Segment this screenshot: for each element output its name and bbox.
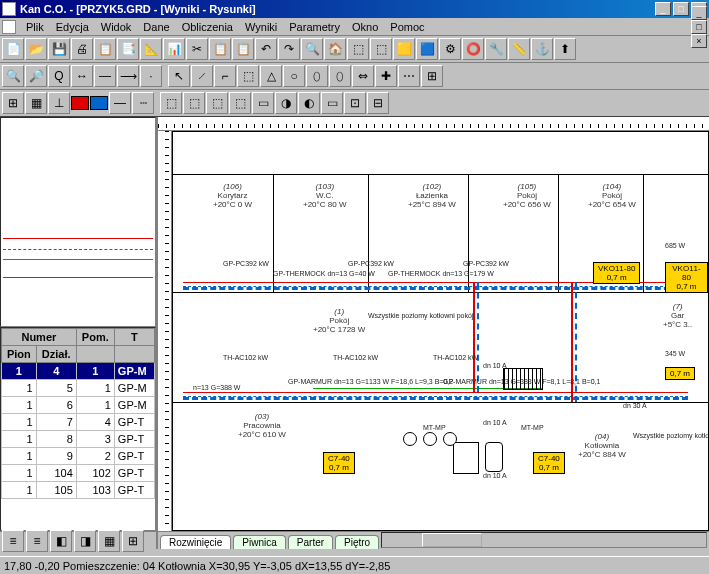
toolbar-main-btn-19[interactable]: ⚙ [439, 38, 461, 60]
toolbar-zoom-btn-3[interactable]: ↔ [71, 65, 93, 87]
snap-button[interactable]: ⊞ [2, 92, 24, 114]
drawing-canvas[interactable]: (106)Korytarz+20°C 0 W(103)W.C.+20°C 80 … [172, 131, 709, 531]
toolbar-main-btn-1[interactable]: 📂 [25, 38, 47, 60]
toolbar-draw-btn-5[interactable]: ○ [283, 65, 305, 87]
toolbar-draw-btn-6[interactable]: ⬯ [306, 65, 328, 87]
line-b-button[interactable]: ┄ [132, 92, 154, 114]
menu-widok[interactable]: Widok [95, 20, 138, 34]
col-dzial[interactable]: Dział. [36, 346, 76, 363]
toolbar-main-btn-24[interactable]: ⬆ [554, 38, 576, 60]
toolbar-main-btn-23[interactable]: ⚓ [531, 38, 553, 60]
table-row[interactable]: 183GP-T [2, 431, 155, 448]
toolbar-main-btn-5[interactable]: 📑 [117, 38, 139, 60]
col-pom[interactable]: Pom. [76, 329, 114, 346]
toolbar-draw-btn-0[interactable]: ↖ [168, 65, 190, 87]
toolbar-zoom-btn-1[interactable]: 🔎 [25, 65, 47, 87]
toolbar-tab-btn-2[interactable]: ⬚ [206, 92, 228, 114]
toolbar-main-btn-20[interactable]: ⭕ [462, 38, 484, 60]
menu-plik[interactable]: Plik [20, 20, 50, 34]
toolbar-draw-btn-8[interactable]: ⇔ [352, 65, 374, 87]
menu-pomoc[interactable]: Pomoc [384, 20, 430, 34]
toolbar-main-btn-6[interactable]: 📐 [140, 38, 162, 60]
v-ruler[interactable] [158, 131, 172, 531]
toolbar-main-btn-3[interactable]: 🖨 [71, 38, 93, 60]
grid-button[interactable]: ▦ [25, 92, 47, 114]
table-row[interactable]: 141GP-M [2, 363, 155, 380]
toolbar-main-btn-0[interactable]: 📄 [2, 38, 24, 60]
toolbar-main-btn-15[interactable]: ⬚ [347, 38, 369, 60]
toolbar-main-btn-12[interactable]: ↷ [278, 38, 300, 60]
toolbar-main-btn-21[interactable]: 🔧 [485, 38, 507, 60]
menu-edycja[interactable]: Edycja [50, 20, 95, 34]
toolbar-main-btn-9[interactable]: 📋 [209, 38, 231, 60]
h-ruler[interactable] [158, 117, 709, 131]
toolbar-zoom-btn-4[interactable]: — [94, 65, 116, 87]
toolbar-zoom-btn-6[interactable]: · [140, 65, 162, 87]
tab-pietro[interactable]: Piętro [335, 535, 379, 549]
left-bottom-btn-0[interactable]: ≡ [2, 530, 24, 552]
ortho-button[interactable]: ⊥ [48, 92, 70, 114]
toolbar-tab-btn-4[interactable]: ▭ [252, 92, 274, 114]
left-bottom-btn-5[interactable]: ⊞ [122, 530, 144, 552]
col-pion[interactable]: Pion [2, 346, 37, 363]
table-row[interactable]: 161GP-M [2, 397, 155, 414]
maximize-button[interactable]: □ [673, 2, 689, 16]
toolbar-draw-btn-3[interactable]: ⬚ [237, 65, 259, 87]
toolbar-main-btn-8[interactable]: ✂ [186, 38, 208, 60]
toolbar-draw-btn-4[interactable]: △ [260, 65, 282, 87]
mdi-maximize-button[interactable]: □ [691, 20, 707, 34]
tab-rozwiniecie[interactable]: Rozwinięcie [160, 535, 231, 549]
toolbar-main-btn-22[interactable]: 📏 [508, 38, 530, 60]
toolbar-tab-btn-7[interactable]: ▭ [321, 92, 343, 114]
mdi-minimize-button[interactable]: _ [691, 6, 707, 20]
table-row[interactable]: 151GP-M [2, 380, 155, 397]
menu-obliczenia[interactable]: Obliczenia [176, 20, 239, 34]
toolbar-main-btn-18[interactable]: 🟦 [416, 38, 438, 60]
toolbar-main-btn-14[interactable]: 🏠 [324, 38, 346, 60]
toolbar-tab-btn-5[interactable]: ◑ [275, 92, 297, 114]
toolbar-main-btn-2[interactable]: 💾 [48, 38, 70, 60]
toolbar-draw-btn-2[interactable]: ⌐ [214, 65, 236, 87]
results-table[interactable]: Numer Pom. T Pion Dział. 141GP-M151GP-M1… [0, 327, 156, 531]
left-bottom-btn-1[interactable]: ≡ [26, 530, 48, 552]
toolbar-main-btn-17[interactable]: 🟨 [393, 38, 415, 60]
toolbar-main-btn-11[interactable]: ↶ [255, 38, 277, 60]
toolbar-tab-btn-3[interactable]: ⬚ [229, 92, 251, 114]
toolbar-draw-btn-11[interactable]: ⊞ [421, 65, 443, 87]
tab-piwnica[interactable]: Piwnica [233, 535, 285, 549]
toolbar-draw-btn-9[interactable]: ✚ [375, 65, 397, 87]
left-bottom-btn-3[interactable]: ◨ [74, 530, 96, 552]
menu-wyniki[interactable]: Wyniki [239, 20, 283, 34]
color-blue[interactable] [90, 96, 108, 110]
mdi-icon[interactable] [2, 20, 16, 34]
minimize-button[interactable]: _ [655, 2, 671, 16]
left-bottom-btn-2[interactable]: ◧ [50, 530, 72, 552]
toolbar-main-btn-13[interactable]: 🔍 [301, 38, 323, 60]
toolbar-tab-btn-1[interactable]: ⬚ [183, 92, 205, 114]
color-red[interactable] [71, 96, 89, 110]
col-numer[interactable]: Numer [2, 329, 77, 346]
col-t[interactable]: T [114, 329, 154, 346]
table-row[interactable]: 192GP-T [2, 448, 155, 465]
mdi-close-button[interactable]: × [691, 34, 707, 48]
toolbar-main-btn-7[interactable]: 📊 [163, 38, 185, 60]
toolbar-tab-btn-0[interactable]: ⬚ [160, 92, 182, 114]
toolbar-tab-btn-6[interactable]: ◐ [298, 92, 320, 114]
toolbar-main-btn-16[interactable]: ⬚ [370, 38, 392, 60]
menu-okno[interactable]: Okno [346, 20, 384, 34]
table-row[interactable]: 1105103GP-T [2, 482, 155, 499]
toolbar-zoom-btn-2[interactable]: Q [48, 65, 70, 87]
tab-parter[interactable]: Parter [288, 535, 333, 549]
menu-parametry[interactable]: Parametry [283, 20, 346, 34]
toolbar-zoom-btn-5[interactable]: ⟶ [117, 65, 139, 87]
line-a-button[interactable]: — [109, 92, 131, 114]
toolbar-tab-btn-8[interactable]: ⊡ [344, 92, 366, 114]
toolbar-draw-btn-10[interactable]: ⋯ [398, 65, 420, 87]
menu-dane[interactable]: Dane [137, 20, 175, 34]
toolbar-draw-btn-7[interactable]: ⬯ [329, 65, 351, 87]
toolbar-tab-btn-9[interactable]: ⊟ [367, 92, 389, 114]
toolbar-main-btn-4[interactable]: 📋 [94, 38, 116, 60]
table-row[interactable]: 1104102GP-T [2, 465, 155, 482]
toolbar-main-btn-10[interactable]: 📋 [232, 38, 254, 60]
toolbar-draw-btn-1[interactable]: ⟋ [191, 65, 213, 87]
